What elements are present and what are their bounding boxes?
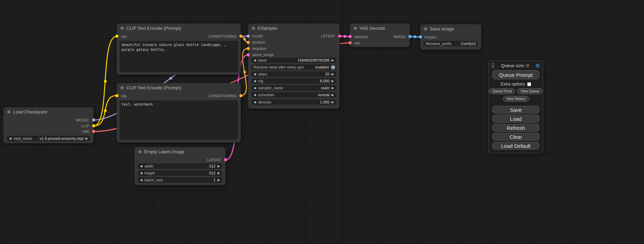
widget-label: height [144,171,155,175]
right-arrow-icon[interactable]: ▶ [218,172,220,175]
right-arrow-icon[interactable]: ▶ [86,137,88,140]
input-label-positive: positive [252,40,265,44]
widget-value: 1 [213,178,215,182]
toggle-knob-icon[interactable] [331,65,335,70]
queue-size-label: Queue size: 0 [494,63,536,68]
right-arrow-icon[interactable]: ▶ [332,93,334,97]
height-widget[interactable]: ◀ height 512 ▶ [138,170,222,176]
node-title-bar[interactable]: Save Image [420,24,481,33]
extra-options-checkbox[interactable] [527,82,531,86]
port-conditioning-output[interactable] [239,94,242,97]
seed-widget[interactable]: ◀ seed 156680208700286 ▶ [251,57,336,63]
sampler-name-widget[interactable]: ◀ sampler_name euler ▶ [251,85,336,91]
queue-front-button[interactable]: Queue Front [489,88,515,94]
right-arrow-icon[interactable]: ▶ [218,179,220,182]
widget-value: 512 [209,164,215,168]
node-title-bar[interactable]: VAE Decode [350,24,410,33]
clear-button[interactable]: Clear [492,133,539,141]
node-title: KSampler [258,26,277,31]
batch-size-widget[interactable]: ◀ batch_size 1 ▶ [138,177,222,183]
port-model-output[interactable] [92,118,95,121]
widget-label: scheduler [258,93,275,97]
right-arrow-icon[interactable]: ▶ [332,73,334,76]
widget-label: sampler_name [258,86,283,90]
widget-value: 1.000 [320,100,330,104]
width-widget[interactable]: ◀ width 512 ▶ [138,163,222,169]
node-title-bar[interactable]: CLIP Text Encode (Prompt) [117,83,241,92]
view-queue-button[interactable]: View Queue [517,88,542,94]
input-label-model: model [252,34,263,38]
port-latent-output[interactable] [224,158,227,161]
ckpt-name-widget[interactable]: ◀ ckpt_name v1-5-pruned-emaonly.ckpt ▶ [7,136,90,141]
port-clip-input[interactable] [115,35,118,38]
negative-prompt-textarea[interactable]: text, watermark [120,100,238,140]
node-empty-latent-image[interactable]: Empty Latent Image LATENT ◀ width 512 ▶ … [134,147,226,185]
queue-prompt-button[interactable]: Queue Prompt [492,70,539,79]
left-arrow-icon[interactable]: ◀ [254,93,256,97]
left-arrow-icon[interactable]: ◀ [140,179,142,182]
left-arrow-icon[interactable]: ◀ [9,137,11,140]
port-images-input[interactable] [419,35,422,38]
node-title-bar[interactable]: KSampler [248,24,339,33]
node-clip-text-encode-positive[interactable]: CLIP Text Encode (Prompt) clip CONDITION… [117,24,241,75]
node-status-dot [121,27,124,30]
node-title: Load Checkpoint [13,109,47,115]
port-negative-input[interactable] [247,47,250,50]
cfg-widget[interactable]: ◀ cfg 8.000 ▶ [251,78,336,84]
filename-prefix-widget[interactable]: filename_prefix ComfyUI [423,41,478,46]
right-arrow-icon[interactable]: ▶ [218,165,220,168]
output-label-model: MODEL [76,118,89,122]
random-seed-toggle-widget[interactable]: Random seed after every gen enabled [251,64,336,70]
left-arrow-icon[interactable]: ◀ [140,172,142,175]
refresh-button[interactable]: Refresh [492,124,539,132]
right-arrow-icon[interactable]: ▶ [332,87,334,90]
output-label-latent: LATENT [321,34,335,38]
port-latent-output[interactable] [338,35,341,38]
port-vae-input[interactable] [349,41,352,44]
node-vae-decode[interactable]: VAE Decode samples IMAGE vae [350,24,410,47]
save-button[interactable]: Save [492,106,539,114]
right-arrow-icon[interactable]: ▶ [332,101,334,104]
node-clip-text-encode-negative[interactable]: CLIP Text Encode (Prompt) clip CONDITION… [117,83,241,143]
positive-prompt-textarea[interactable]: beautiful scenery nature glass bottle la… [120,41,238,72]
left-arrow-icon[interactable]: ◀ [254,59,256,62]
port-vae-output[interactable] [92,130,95,133]
input-label-clip: clip [121,94,127,98]
input-label-samples: samples [354,35,368,39]
port-model-input[interactable] [247,35,250,38]
steps-widget[interactable]: ◀ steps 20 ▶ [251,71,336,77]
port-clip-input[interactable] [115,94,118,97]
node-title-bar[interactable]: Empty Latent Image [134,147,226,156]
left-arrow-icon[interactable]: ◀ [254,73,256,76]
port-clip-output[interactable] [92,124,95,127]
node-save-image[interactable]: Save Image images filename_prefix ComfyU… [420,24,481,50]
node-ksampler[interactable]: KSampler model LATENT positive negative … [248,24,339,109]
drag-handle-icon[interactable] [492,63,494,68]
port-samples-input[interactable] [349,35,352,38]
node-title-bar[interactable]: Load Checkpoint [3,107,94,116]
scheduler-widget[interactable]: ◀ scheduler normal ▶ [251,92,336,98]
denoise-widget[interactable]: ◀ denoise 1.000 ▶ [251,99,336,105]
queue-panel-header: Queue size: 0 ⚙ [489,61,543,69]
output-label-image: IMAGE [394,35,406,39]
settings-gear-icon[interactable]: ⚙ [536,63,540,68]
output-label-conditioning: CONDITIONING [209,94,237,98]
node-status-dot [121,86,124,89]
left-arrow-icon[interactable]: ◀ [254,80,256,83]
node-load-checkpoint[interactable]: Load Checkpoint MODEL CLIP VAE ◀ ckpt_na… [3,107,94,143]
left-arrow-icon[interactable]: ◀ [254,87,256,90]
load-button[interactable]: Load [492,115,539,123]
port-conditioning-output[interactable] [239,35,242,38]
port-image-output[interactable] [408,35,412,38]
left-arrow-icon[interactable]: ◀ [140,165,142,168]
port-latent-image-input[interactable] [247,53,250,56]
right-arrow-icon[interactable]: ▶ [332,59,334,62]
node-title: Empty Latent Image [144,149,184,154]
widget-value: 20 [325,72,329,76]
left-arrow-icon[interactable]: ◀ [254,101,256,104]
node-title-bar[interactable]: CLIP Text Encode (Prompt) [117,24,241,33]
port-positive-input[interactable] [247,41,250,44]
load-default-button[interactable]: Load Default [492,142,539,150]
right-arrow-icon[interactable]: ▶ [332,80,334,83]
view-history-button[interactable]: View History [503,96,529,102]
